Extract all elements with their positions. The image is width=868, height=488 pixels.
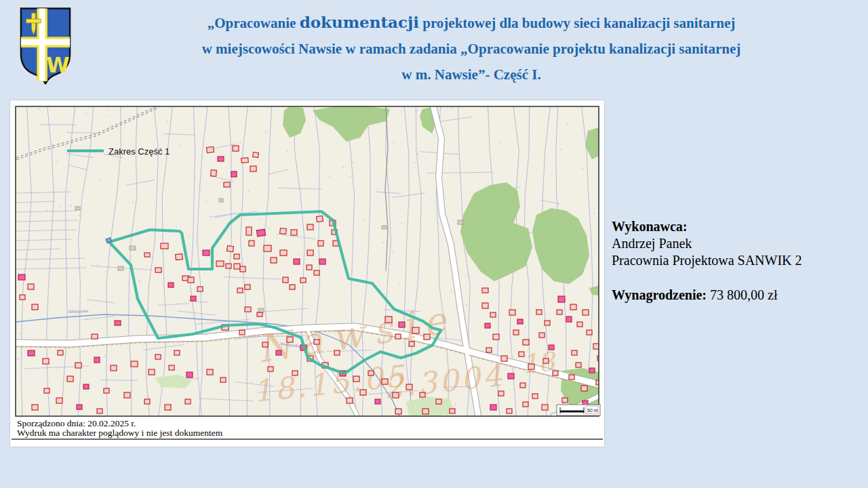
legend-label: Zakres Część 1 (108, 146, 170, 157)
stream-name-label: Wielopolka (68, 309, 89, 314)
title-line-3: w m. Nawsie”- Część I. (95, 62, 848, 87)
crest-letter: W (46, 53, 69, 77)
title-line1-pre: „Opracowanie (208, 15, 300, 31)
title-line-1: „Opracowanie dokumentacji projektowej dl… (95, 9, 848, 36)
payment-line: Wynagrodzenie: 73 800,00 zł (612, 287, 802, 304)
map-scale-bar: 50 m (557, 405, 600, 415)
contractor-company: Pracownia Projektowa SANWIK 2 (612, 252, 802, 269)
scale-label: 50 m (587, 408, 598, 413)
spacer (612, 269, 802, 287)
title-line-2: w miejscowości Nawsie w ramach zadania „… (95, 36, 848, 62)
contractor-name: Andrzej Panek (612, 235, 802, 252)
project-title: „Opracowanie dokumentacji projektowej dl… (95, 9, 848, 87)
payment-amount: 73 800,00 zł (710, 287, 777, 302)
announcement-slide: W „Opracowanie dokumentacji projektowej … (0, 0, 868, 488)
payment-label: Wynagrodzenie: (612, 287, 707, 302)
map-panel: Nawsie 18.15.05 2.3004 18 Wielopolka Wie… (9, 100, 605, 447)
map-footer-disclaimer: Wydruk ma charakter poglądowy i nie jest… (17, 428, 223, 438)
contractor-info: Wykonawca: Andrzej Panek Pracownia Proje… (612, 218, 802, 304)
contractor-label: Wykonawca: (612, 218, 802, 235)
municipal-coat-of-arms: W (19, 5, 72, 88)
title-line1-emph: dokumentacji (300, 13, 419, 31)
map-footer-date: Sporządzono dnia: 20.02.2025 r. (17, 418, 136, 428)
cadastral-map: Nawsie 18.15.05 2.3004 18 Wielopolka Wie… (10, 100, 604, 447)
title-line1-post: projektowej dla budowy sieci kanalizacji… (419, 15, 735, 31)
